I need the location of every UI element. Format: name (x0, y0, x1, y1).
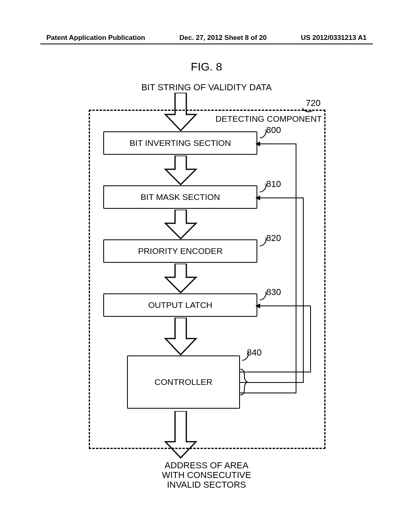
output-label: ADDRESS OF AREA WITH CONSECUTIVE INVALID… (162, 461, 251, 490)
header-divider (40, 44, 373, 44)
feedback-line (240, 372, 311, 372)
reference-numeral-840: 840 (247, 347, 262, 358)
flow-arrow-icon (161, 210, 200, 239)
bit-inverting-section-block: BIT INVERTING SECTION (103, 131, 257, 155)
flow-arrow-icon (161, 264, 200, 293)
flow-arrow-icon (161, 411, 200, 459)
reference-numeral-830: 830 (266, 287, 281, 297)
arrowhead-icon (255, 303, 260, 308)
controller-block: CONTROLLER (127, 355, 240, 409)
feedback-line (240, 393, 296, 393)
output-line1: ADDRESS OF AREA (165, 460, 248, 470)
feedback-line (296, 143, 296, 393)
flow-arrow-icon (161, 156, 200, 185)
block-label: BIT INVERTING SECTION (129, 138, 231, 148)
input-label: BIT STRING OF VALIDITY DATA (141, 82, 271, 93)
figure-title: FIG. 8 (191, 60, 222, 73)
reference-numeral-820: 820 (266, 233, 281, 243)
bit-mask-section-block: BIT MASK SECTION (103, 185, 257, 209)
reference-numeral-810: 810 (266, 179, 281, 189)
container-label: DETECTING COMPONENT (215, 114, 322, 124)
feedback-line (257, 143, 296, 144)
block-label: PRIORITY ENCODER (138, 246, 223, 256)
brace-icon (240, 368, 248, 396)
flow-arrow-icon (161, 93, 200, 131)
header-left: Patent Application Publication (46, 34, 145, 42)
arrowhead-icon (255, 141, 260, 146)
flow-arrow-icon (161, 318, 200, 355)
arrowhead-icon (255, 195, 260, 200)
feedback-line (257, 197, 304, 198)
header-right: US 2012/0331213 A1 (301, 34, 367, 42)
feedback-line (310, 305, 311, 372)
block-label: CONTROLLER (154, 377, 213, 387)
feedback-line (240, 382, 304, 383)
reference-numeral-800: 800 (266, 125, 281, 135)
header-center: Dec. 27, 2012 Sheet 8 of 20 (179, 34, 267, 42)
output-line3: INVALID SECTORS (167, 480, 246, 490)
feedback-line (303, 197, 304, 383)
output-latch-block: OUTPUT LATCH (103, 293, 257, 317)
priority-encoder-block: PRIORITY ENCODER (103, 239, 257, 263)
block-label: OUTPUT LATCH (148, 300, 212, 310)
output-line2: WITH CONSECUTIVE (162, 470, 251, 480)
block-label: BIT MASK SECTION (141, 192, 220, 202)
